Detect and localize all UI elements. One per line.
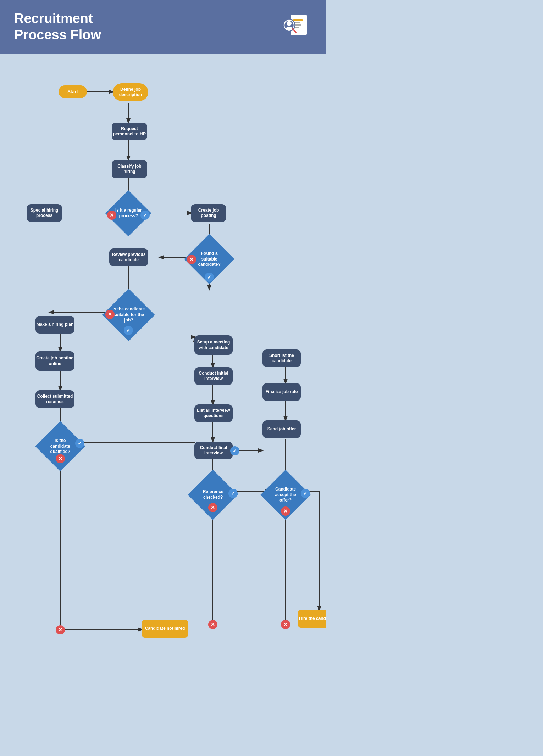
make-hiring-plan-node: Make a hiring plan xyxy=(35,316,74,334)
header-icon xyxy=(280,11,312,43)
left-x-bottom-connector: ✕ xyxy=(56,625,65,634)
conduct-final-node: Conduct final interview xyxy=(194,442,233,459)
candidate-not-hired-node: Candidate not hired xyxy=(142,620,188,638)
accept-x-connector: ✕ xyxy=(281,506,290,516)
hire-candidate-node: Hire the candidate xyxy=(298,610,326,628)
final-check-connector: ✓ xyxy=(230,446,239,455)
accept-x-bottom-connector: ✕ xyxy=(281,620,290,629)
create-posting-online-node: Create job posting online xyxy=(35,351,74,371)
classify-job-node: Classify job hiring xyxy=(112,160,147,178)
regular-x-connector: ✕ xyxy=(107,211,116,220)
suitable-check-connector: ✓ xyxy=(124,326,133,335)
page-title: Recruitment Process Flow xyxy=(14,11,101,43)
flowchart: Start Define job description Request per… xyxy=(0,54,326,755)
reference-x-connector: ✕ xyxy=(208,503,217,512)
list-questions-node: List all interview questions xyxy=(194,404,233,422)
found-x-connector: ✕ xyxy=(187,255,196,264)
reference-check-connector: ✓ xyxy=(228,489,238,498)
found-check-connector: ✓ xyxy=(205,273,214,282)
start-node: Start xyxy=(59,85,87,98)
page-header: Recruitment Process Flow xyxy=(0,0,326,54)
special-hiring-node: Special hiring process xyxy=(27,204,62,222)
regular-check-connector: ✓ xyxy=(140,211,150,220)
send-offer-node: Send job offer xyxy=(262,420,301,438)
qualified-x-connector: ✕ xyxy=(56,454,65,463)
setup-meeting-node: Setup a meeting with candidate xyxy=(194,335,233,355)
ref-x-bottom-connector: ✕ xyxy=(208,620,217,629)
create-posting-node: Create job posting xyxy=(191,204,226,222)
accept-check-connector: ✓ xyxy=(301,489,310,498)
collect-resumes-node: Collect submitted resumes xyxy=(35,390,74,408)
request-hr-node: Request personnel to HR xyxy=(112,123,147,140)
svg-point-6 xyxy=(287,21,292,26)
define-job-node: Define job description xyxy=(113,83,148,101)
suitable-x-connector: ✕ xyxy=(105,310,115,319)
conduct-initial-node: Conduct initial interview xyxy=(194,367,233,385)
svg-rect-1 xyxy=(293,19,303,21)
review-candidate-node: Review previous candidate xyxy=(109,248,148,266)
finalize-rate-node: Finalize job rate xyxy=(262,383,301,401)
qualified-check-connector: ✓ xyxy=(75,439,84,448)
shortlist-node: Shortlist the candidate xyxy=(262,349,301,367)
